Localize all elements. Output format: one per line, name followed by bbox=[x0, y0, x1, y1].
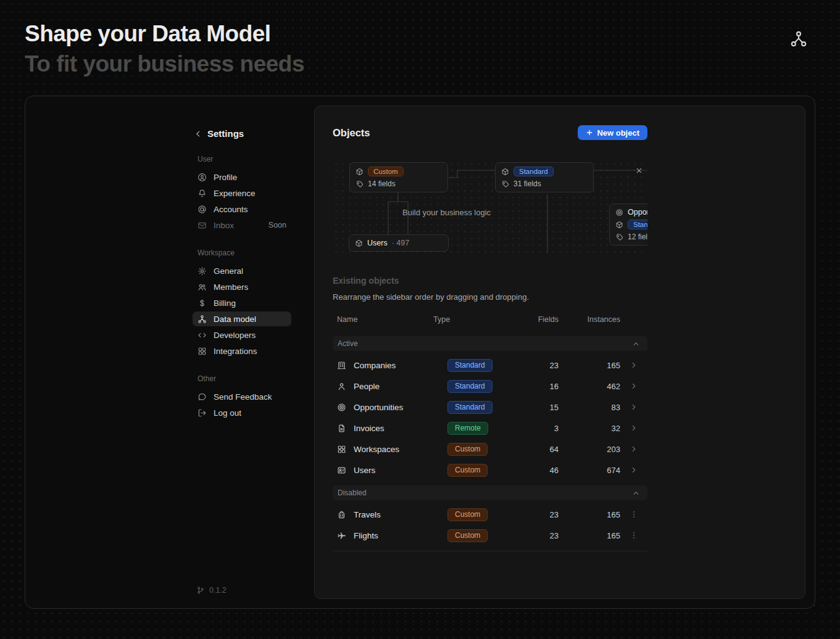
settings-back-label: Settings bbox=[207, 128, 244, 139]
sidebar-item-label: Profile bbox=[214, 173, 237, 182]
object-name: Workspaces bbox=[354, 445, 399, 454]
instances-count: 462 bbox=[559, 382, 620, 391]
dollar-icon bbox=[198, 299, 207, 308]
chevron-left-icon bbox=[194, 130, 202, 138]
chevron-right-icon bbox=[630, 361, 638, 369]
target-icon bbox=[337, 403, 346, 412]
fields-count: 23 bbox=[522, 361, 559, 370]
fields-count: 64 bbox=[522, 445, 559, 454]
row-action-button[interactable] bbox=[620, 403, 647, 411]
canvas-node-custom[interactable]: Custom 14 fields bbox=[349, 162, 448, 192]
app-version: 0.1.2 bbox=[193, 586, 291, 595]
sidebar-item-label: Experience bbox=[214, 189, 256, 198]
canvas-node-users[interactable]: Users · 497 bbox=[349, 234, 449, 252]
settings-back-button[interactable]: Settings bbox=[193, 128, 291, 139]
message-icon bbox=[198, 392, 207, 402]
network-icon bbox=[789, 30, 808, 48]
sidebar-item-profile[interactable]: Profile bbox=[193, 170, 291, 184]
object-name: People bbox=[354, 382, 380, 391]
chevron-right-icon bbox=[630, 445, 638, 453]
row-action-button[interactable] bbox=[620, 424, 647, 432]
table-row-people[interactable]: PeopleStandard16462 bbox=[333, 376, 647, 397]
instances-count: 165 bbox=[559, 361, 620, 370]
table-row-users[interactable]: UsersCustom46674 bbox=[333, 460, 647, 480]
row-action-button[interactable] bbox=[620, 445, 647, 453]
hero: Shape your Data Model To fit your busine… bbox=[0, 0, 840, 77]
sidebar-item-label: Accounts bbox=[214, 205, 248, 214]
person-icon bbox=[337, 382, 346, 391]
custom-badge: Custom bbox=[368, 167, 404, 176]
table-group-active[interactable]: Active bbox=[333, 336, 647, 351]
table-row-invoices[interactable]: InvoicesRemote332 bbox=[333, 418, 647, 439]
type-badge: Standard bbox=[447, 380, 493, 393]
type-badge: Custom bbox=[447, 508, 488, 521]
chevron-right-icon bbox=[630, 466, 638, 474]
git-branch-icon bbox=[196, 586, 205, 595]
sidebar-item-data-model[interactable]: Data model bbox=[193, 311, 291, 326]
instances-count: 165 bbox=[559, 531, 620, 540]
row-action-button[interactable] bbox=[620, 382, 647, 390]
cube-icon bbox=[501, 168, 509, 176]
chevron-right-icon bbox=[630, 424, 638, 432]
fields-count: 31 fields bbox=[514, 179, 541, 188]
chevron-up-icon bbox=[632, 489, 640, 497]
sidebar-item-label: General bbox=[214, 266, 243, 276]
sidebar-item-label: Log out bbox=[214, 408, 241, 418]
sidebar-item-label: Members bbox=[214, 282, 248, 292]
type-badge: Custom bbox=[447, 443, 488, 456]
settings-sidebar: Settings UserProfileExperienceAccountsIn… bbox=[25, 96, 314, 608]
sidebar-item-integrations[interactable]: Integrations bbox=[193, 344, 291, 358]
sidebar-section-label-other: Other bbox=[193, 374, 291, 383]
sidebar-item-members[interactable]: Members bbox=[193, 279, 291, 294]
instances-count: 165 bbox=[559, 510, 620, 519]
canvas-node-standard[interactable]: Standard 31 fields bbox=[495, 162, 594, 192]
fields-count: 16 bbox=[522, 382, 559, 391]
sidebar-item-label: Inbox bbox=[214, 221, 234, 230]
table-header: Name Type Fields Instances bbox=[333, 315, 647, 331]
table-row-workspaces[interactable]: WorkspacesCustom64203 bbox=[333, 439, 647, 460]
fields-count: 12 fiel bbox=[628, 233, 647, 241]
cube-icon bbox=[615, 221, 623, 229]
sidebar-item-inbox[interactable]: InboxSoon bbox=[193, 218, 291, 233]
chevron-right-icon bbox=[630, 403, 638, 411]
id-card-icon bbox=[337, 466, 346, 475]
table-body: ActiveCompaniesStandard23165PeopleStanda… bbox=[333, 336, 647, 546]
sidebar-nav: UserProfileExperienceAccountsInboxSoonWo… bbox=[193, 139, 291, 421]
dots-vertical-icon bbox=[630, 510, 638, 519]
sidebar-item-developers[interactable]: Developers bbox=[193, 328, 291, 342]
table-row-travels[interactable]: TravelsCustom23165 bbox=[333, 504, 647, 525]
bell-icon bbox=[198, 189, 207, 198]
gear-icon bbox=[198, 266, 207, 276]
type-badge: Standard bbox=[447, 359, 493, 372]
object-name: Flights bbox=[354, 531, 378, 540]
table-row-opportunities[interactable]: OpportunitiesStandard1583 bbox=[333, 397, 647, 418]
close-icon[interactable] bbox=[635, 167, 643, 175]
sidebar-item-experience[interactable]: Experience bbox=[193, 186, 291, 200]
table-row-companies[interactable]: CompaniesStandard23165 bbox=[333, 355, 647, 376]
table-row-flights[interactable]: FlightsCustom23165 bbox=[333, 525, 647, 546]
sidebar-item-send-feedback[interactable]: Send Feedback bbox=[193, 389, 291, 404]
new-object-button[interactable]: New object bbox=[578, 125, 647, 140]
sidebar-item-accounts[interactable]: Accounts bbox=[193, 202, 291, 216]
user-circle-icon bbox=[198, 173, 207, 182]
data-model-canvas[interactable]: Custom 14 fields Standard 31 fields bbox=[333, 160, 647, 253]
row-action-button[interactable] bbox=[620, 510, 647, 519]
tag-icon bbox=[501, 180, 509, 188]
canvas-caption: Build your business logic bbox=[402, 208, 491, 217]
members-icon bbox=[198, 282, 207, 292]
row-action-button[interactable] bbox=[620, 531, 647, 540]
sidebar-item-log-out[interactable]: Log out bbox=[193, 405, 291, 420]
standard-badge: Standard bbox=[514, 167, 554, 176]
row-action-button[interactable] bbox=[620, 361, 647, 369]
sidebar-item-billing[interactable]: Billing bbox=[193, 295, 291, 310]
column-type: Type bbox=[433, 315, 522, 324]
node-title: Opportu bbox=[628, 208, 647, 216]
canvas-node-opportunities[interactable]: Opportu Stand 12 fiel bbox=[609, 204, 647, 245]
object-name: Travels bbox=[354, 510, 381, 519]
panel-title: Objects bbox=[333, 127, 370, 139]
row-action-button[interactable] bbox=[620, 466, 647, 474]
sidebar-section-label-user: User bbox=[193, 155, 291, 163]
sidebar-item-general[interactable]: General bbox=[193, 263, 291, 278]
page-title: Shape your Data Model bbox=[25, 21, 304, 47]
table-group-disabled[interactable]: Disabled bbox=[333, 485, 647, 500]
